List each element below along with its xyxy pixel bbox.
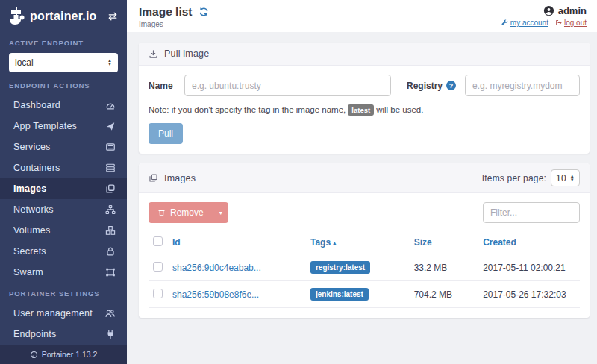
tachometer-icon bbox=[105, 100, 116, 110]
main-area: Image list Images bbox=[127, 0, 597, 364]
images-panel-body: Remove ▾ Id Tags▴ Size bbox=[139, 193, 590, 318]
endpoint-select[interactable]: local ▲▼ bbox=[9, 53, 118, 72]
topbar: Image list Images bbox=[127, 0, 597, 32]
my-account-link[interactable]: my account bbox=[501, 19, 548, 27]
sidebar-item-secrets[interactable]: Secrets bbox=[0, 241, 127, 262]
sign-out-icon bbox=[555, 19, 562, 26]
list-icon bbox=[105, 142, 116, 152]
active-endpoint-label: ACTIVE ENDPOINT bbox=[0, 32, 127, 51]
column-header-id[interactable]: Id bbox=[168, 231, 306, 254]
sidebar-item-containers[interactable]: Containers bbox=[0, 157, 127, 178]
column-header-created[interactable]: Created bbox=[478, 231, 580, 254]
copy-icon bbox=[149, 173, 158, 183]
latest-tag-badge: latest bbox=[348, 104, 374, 116]
sidebar-footer[interactable]: Portainer 1.13.2 bbox=[0, 345, 127, 364]
image-created: 2017-05-26 17:32:03 bbox=[478, 281, 580, 308]
user-circle-icon bbox=[543, 5, 554, 16]
page-title: Image list bbox=[139, 5, 193, 19]
remove-dropdown-caret[interactable]: ▾ bbox=[213, 202, 228, 223]
portainer-settings-label: PORTAINER SETTINGS bbox=[0, 283, 127, 301]
sidebar-item-endpoints[interactable]: Endpoints bbox=[0, 324, 127, 345]
sitemap-icon bbox=[105, 204, 116, 215]
pull-button[interactable]: Pull bbox=[149, 123, 183, 144]
sidebar-nav: Dashboard App Templates Services bbox=[0, 95, 127, 283]
select-arrows-icon: ▲▼ bbox=[570, 175, 575, 182]
sidebar-item-app-templates[interactable]: App Templates bbox=[0, 116, 127, 136]
image-id-link[interactable]: sha256:59b08e8f6e... bbox=[172, 289, 259, 300]
items-per-page-label: Items per page: bbox=[482, 173, 546, 183]
image-tag-badge: jenkins:latest bbox=[310, 288, 369, 301]
image-id-link[interactable]: sha256:9d0c4eabab... bbox=[172, 263, 261, 273]
endpoint-actions-label: ENDPOINT ACTIONS bbox=[0, 75, 127, 93]
username: admin bbox=[558, 5, 587, 16]
name-label: Name bbox=[149, 81, 184, 91]
logo-row: portainer.io bbox=[0, 0, 127, 32]
plug-icon bbox=[105, 329, 116, 339]
object-group-icon bbox=[105, 267, 116, 277]
images-table-header-row: Id Tags▴ Size Created bbox=[149, 231, 580, 254]
lock-icon bbox=[105, 246, 116, 257]
images-panel-title: Images bbox=[164, 173, 196, 183]
table-row: sha256:59b08e8f6e... jenkins:latest 704.… bbox=[149, 281, 580, 308]
image-name-input[interactable] bbox=[184, 75, 391, 96]
clone-icon bbox=[105, 183, 116, 194]
remove-split-button: Remove ▾ bbox=[149, 202, 228, 223]
refresh-icon[interactable] bbox=[199, 7, 209, 17]
items-per-page-select[interactable]: 10 ▲▼ bbox=[551, 169, 580, 186]
sidebar-item-services[interactable]: Services bbox=[0, 136, 127, 157]
portainer-app: portainer.io ACTIVE ENDPOINT local ▲▼ EN… bbox=[0, 0, 597, 364]
sidebar-item-swarm[interactable]: Swarm bbox=[0, 262, 127, 283]
sidebar-item-images[interactable]: Images bbox=[0, 178, 127, 199]
image-size: 704.2 MB bbox=[410, 281, 478, 308]
images-panel-header: Images Items per page: 10 ▲▼ bbox=[139, 163, 590, 193]
sidebar-item-user-management[interactable]: User management bbox=[0, 303, 127, 324]
users-icon bbox=[104, 308, 116, 318]
sidebar-item-volumes[interactable]: Volumes bbox=[0, 220, 127, 241]
log-out-link[interactable]: log out bbox=[555, 19, 587, 27]
pull-image-panel: Pull image Name Registry ? Note: if you … bbox=[139, 43, 590, 154]
images-table: Id Tags▴ Size Created sha256:9d0c4eabab.… bbox=[149, 231, 580, 308]
column-header-tags[interactable]: Tags▴ bbox=[306, 231, 410, 254]
caret-up-icon: ▴ bbox=[333, 239, 337, 247]
github-icon bbox=[30, 351, 38, 359]
row-checkbox[interactable] bbox=[153, 262, 163, 272]
page-heading: Image list Images bbox=[139, 5, 209, 28]
content: Pull image Name Registry ? Note: if you … bbox=[127, 32, 597, 364]
items-per-page: Items per page: 10 ▲▼ bbox=[482, 169, 580, 186]
brand-name: portainer.io bbox=[30, 10, 97, 23]
pull-image-panel-body: Name Registry ? Note: if you don't speci… bbox=[139, 66, 590, 154]
pull-image-panel-header: Pull image bbox=[139, 43, 590, 66]
select-arrows-icon: ▲▼ bbox=[107, 59, 112, 66]
images-toolbar: Remove ▾ bbox=[149, 202, 580, 223]
remove-button[interactable]: Remove bbox=[149, 202, 213, 223]
rocket-icon bbox=[105, 121, 116, 131]
image-created: 2017-05-11 02:00:21 bbox=[478, 254, 580, 281]
images-panel: Images Items per page: 10 ▲▼ bbox=[139, 163, 590, 318]
endpoint-select-value: local bbox=[15, 57, 34, 68]
trash-icon bbox=[157, 208, 166, 217]
download-icon bbox=[149, 49, 158, 59]
sidebar-toggle-exchange-icon[interactable] bbox=[107, 12, 118, 21]
row-checkbox[interactable] bbox=[153, 289, 163, 298]
user-box: admin my account bbox=[501, 5, 587, 28]
sidebar: portainer.io ACTIVE ENDPOINT local ▲▼ EN… bbox=[0, 0, 127, 364]
version-label: Portainer 1.13.2 bbox=[42, 350, 98, 359]
sidebar-settings-nav: User management Endpoints bbox=[0, 303, 127, 345]
table-row: sha256:9d0c4eabab... registry:latest 33.… bbox=[149, 254, 580, 281]
breadcrumb: Images bbox=[139, 20, 209, 28]
registry-label: Registry bbox=[407, 81, 443, 91]
pull-image-panel-title: Pull image bbox=[164, 48, 209, 59]
filter-input[interactable] bbox=[483, 202, 580, 223]
pull-note: Note: if you don't specify the tag in th… bbox=[149, 105, 580, 114]
image-tag-badge: registry:latest bbox=[310, 261, 370, 274]
cubes-icon bbox=[105, 225, 116, 236]
wrench-icon bbox=[501, 19, 508, 26]
column-header-size[interactable]: Size bbox=[410, 231, 478, 254]
server-icon bbox=[105, 163, 116, 173]
sidebar-item-dashboard[interactable]: Dashboard bbox=[0, 95, 127, 116]
sidebar-item-networks[interactable]: Networks bbox=[0, 199, 127, 220]
registry-input[interactable] bbox=[465, 75, 580, 96]
select-all-checkbox[interactable] bbox=[153, 236, 163, 246]
image-size: 33.2 MB bbox=[410, 254, 478, 281]
question-circle-icon[interactable]: ? bbox=[446, 81, 456, 90]
